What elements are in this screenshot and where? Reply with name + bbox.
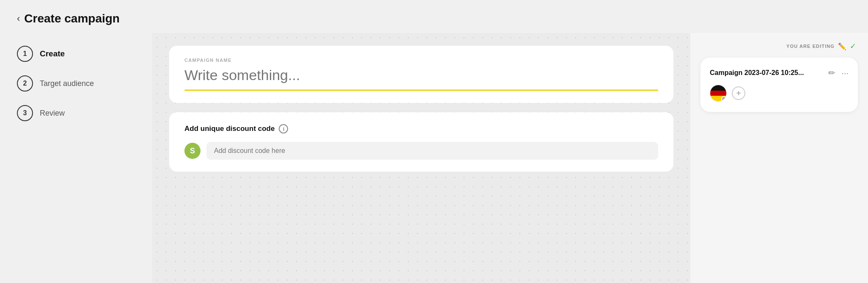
preview-campaign-name: Campaign 2023-07-26 10:25... <box>710 69 804 77</box>
campaign-name-underline <box>184 89 658 91</box>
preview-campaign-row: Campaign 2023-07-26 10:25... ✏ ··· <box>710 68 849 78</box>
step-circle-1: 1 <box>17 46 33 62</box>
edit-icon[interactable]: ✏ <box>828 68 835 78</box>
back-button[interactable]: ‹ <box>17 13 20 24</box>
preview-actions: ✏ ··· <box>828 68 849 78</box>
preview-flags-row: + <box>710 85 849 102</box>
flag-status-dot <box>721 96 726 101</box>
step-label-create: Create <box>40 49 65 58</box>
preview-panel: YOU ARE EDITING ✏️ ✓ Campaign 2023-07-26… <box>690 33 868 283</box>
add-locale-button[interactable]: + <box>732 86 745 100</box>
info-icon[interactable]: i <box>279 124 288 133</box>
discount-code-input[interactable] <box>206 142 658 160</box>
step-circle-2: 2 <box>17 75 33 92</box>
sidebar: 1 Create 2 Target audience 3 Review <box>0 33 152 283</box>
main-layout: 1 Create 2 Target audience 3 Review CAMP… <box>0 33 868 283</box>
step-label-target: Target audience <box>40 79 94 88</box>
discount-title: Add unique discount code <box>184 125 275 133</box>
page-title: Create campaign <box>24 12 120 25</box>
discount-code-card: Add unique discount code i S <box>169 112 673 172</box>
step-label-review: Review <box>40 109 65 118</box>
sidebar-item-review[interactable]: 3 Review <box>17 105 135 121</box>
german-flag <box>710 85 727 102</box>
page-header: ‹ Create campaign <box>0 0 868 33</box>
editing-bar: YOU ARE EDITING ✏️ ✓ <box>700 42 858 51</box>
more-options-icon[interactable]: ··· <box>841 68 849 78</box>
campaign-name-input[interactable] <box>184 67 658 83</box>
content-area: CAMPAIGN NAME Add unique discount code i… <box>152 33 690 283</box>
sidebar-item-create[interactable]: 1 Create <box>17 46 135 62</box>
step-circle-3: 3 <box>17 105 33 121</box>
campaign-name-card: CAMPAIGN NAME <box>169 46 673 103</box>
discount-input-row: S <box>184 142 658 160</box>
check-icon: ✓ <box>850 42 856 51</box>
editing-label: YOU ARE EDITING <box>786 44 835 49</box>
sidebar-item-target-audience[interactable]: 2 Target audience <box>17 75 135 92</box>
preview-card: Campaign 2023-07-26 10:25... ✏ ··· + <box>700 58 858 112</box>
shopify-icon: S <box>184 143 201 159</box>
campaign-name-label: CAMPAIGN NAME <box>184 58 658 63</box>
discount-header: Add unique discount code i <box>184 124 658 133</box>
pencil-emoji: ✏️ <box>838 42 846 50</box>
